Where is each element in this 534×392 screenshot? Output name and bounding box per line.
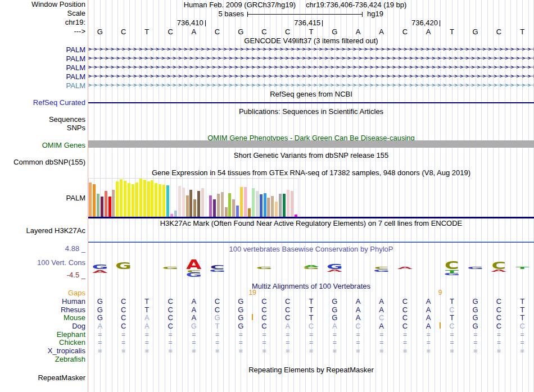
track-title-refseq[interactable]: RefSeq genes from NCBI <box>88 90 534 98</box>
svg-text:G: G <box>444 273 460 276</box>
gtex-bar <box>97 194 99 217</box>
gtex-bar <box>217 194 220 217</box>
base-letter: G <box>323 28 346 36</box>
track-label-common-dbsnp[interactable]: Common dbSNP(155) <box>0 158 85 166</box>
alignment-gap-cell: = <box>206 331 229 339</box>
gtex-bar <box>186 195 189 217</box>
gtex-bar <box>256 191 259 217</box>
track-label-species[interactable]: Mouse <box>0 313 85 322</box>
track-label-palm[interactable]: PALM <box>0 45 85 54</box>
alignment-gap-cell: = <box>206 339 229 347</box>
base-letter: A <box>370 28 393 36</box>
scale-bar-right-tick <box>362 12 363 17</box>
ruler-tick <box>440 20 440 26</box>
refseq-curated-item[interactable] <box>88 102 534 103</box>
track-label-gaps[interactable]: Gaps <box>0 289 85 297</box>
track-label-species[interactable]: X_tropicalis <box>0 347 85 355</box>
alignment-base: G <box>323 313 346 322</box>
alignment-base: A <box>417 297 440 306</box>
alignment-base: C <box>252 322 276 330</box>
gtex-bar <box>271 196 274 217</box>
track-title-dbsnp[interactable]: Short Genetic Variants from dbSNP releas… <box>88 152 534 159</box>
track-title-phylop[interactable]: 100 vertebrates Basewise Conservation by… <box>88 245 534 253</box>
track-label-species[interactable]: Human <box>0 297 85 306</box>
alignment-gap-cell: = <box>464 331 487 339</box>
svg-text:G: G <box>185 272 202 279</box>
scale-bar <box>247 14 363 15</box>
alignment-base: G <box>464 306 487 314</box>
track-label-palm[interactable]: PALM <box>0 63 85 72</box>
alignment-base: A <box>346 297 370 306</box>
alignment-gap-cell: = <box>229 347 252 355</box>
track-label-layered-h3k27ac[interactable]: Layered H3K27Ac <box>0 227 85 235</box>
alignment-base: C <box>112 313 135 322</box>
track-title-gencode[interactable]: GENCODE V49lift37 (3 items filtered out) <box>88 37 534 45</box>
alignment-base: T <box>300 297 323 306</box>
alignment-base: C <box>300 322 323 330</box>
alignment-gap-cell: = <box>276 347 300 355</box>
alignment-base: T <box>135 306 159 314</box>
track-title-h3k27ac[interactable]: H3K27Ac Mark (Often Found Near Active Re… <box>88 220 534 227</box>
track-label-repeatmasker[interactable]: RepeatMasker <box>0 374 85 382</box>
alignment-base: T <box>300 313 323 322</box>
base-letter: G <box>229 28 252 36</box>
track-title-multiz[interactable]: Multiz Alignments of 100 Vertebrates <box>88 282 534 290</box>
track-label-species[interactable]: Zebrafish <box>0 355 85 363</box>
alignment-gap-cell: = <box>159 331 182 339</box>
svg-text:G: G <box>115 261 132 271</box>
track-label-species[interactable]: Rhesus <box>0 306 85 314</box>
svg-text:A: A <box>304 265 319 267</box>
svg-text:G: G <box>162 266 179 270</box>
track-label-refseq-curated[interactable]: RefSeq Curated <box>0 99 85 107</box>
base-letter: C <box>276 28 300 36</box>
conservation-logo: GAGGACGCGGGAGACGACTGGCAT <box>88 255 534 283</box>
chrom-label: chr19: <box>0 19 85 26</box>
gencode-transcript-palm[interactable]: >>>>>>>>>>>>>>>>>>>>>>>>>>>>>>>>>>>>>>>>… <box>88 63 534 71</box>
base-letter: C <box>252 28 276 36</box>
alignment-base: T <box>440 313 464 322</box>
track-label-species[interactable]: Elephant <box>0 330 85 339</box>
alignment-base: T <box>510 306 534 314</box>
alignment-gap-cell: = <box>323 347 346 355</box>
alignment-gap-cell: = <box>229 331 252 339</box>
alignment-base: C <box>112 322 135 330</box>
base-letter: G <box>88 28 112 36</box>
alignment-gap-cell: = <box>135 331 159 339</box>
track-label-100-vert-cons[interactable]: 100 Vert. Cons <box>0 259 85 267</box>
gencode-transcript-palm[interactable]: >>>>>>>>>>>>>>>>>>>>>>>>>>>>>>>>>>>>>>>>… <box>88 45 534 53</box>
gtex-bar <box>213 199 216 217</box>
track-title-repeatmasker[interactable]: Repeating Elements by RepeatMasker <box>88 366 534 374</box>
alignment-base: G <box>88 306 112 314</box>
track-label-sequences[interactable]: Sequences <box>0 116 85 124</box>
svg-text:A: A <box>327 270 343 272</box>
alignment-base: C <box>159 306 182 314</box>
alignment-gap-cell: = <box>112 331 135 339</box>
alignment-base: C <box>487 322 511 330</box>
track-label-gtex-palm[interactable]: PALM <box>0 194 85 202</box>
omim-gene-bar[interactable] <box>88 140 534 148</box>
alignment-gap-cell: = <box>487 339 511 347</box>
base-letter: A <box>417 28 440 36</box>
track-label-palm[interactable]: PALM <box>0 81 85 90</box>
alignment-gap-cell: = <box>276 339 300 347</box>
gencode-transcript-palm[interactable]: >>>>>>>>>>>>>>>>>>>>>>>>>>>>>>>>>>>>>>>>… <box>88 72 534 80</box>
track-title-gtex[interactable]: Gene Expression in 54 tissues from GTEx … <box>88 169 534 177</box>
gtex-bar <box>209 195 212 217</box>
base-letter: A <box>182 28 206 36</box>
track-label-species[interactable]: Dog <box>0 322 85 330</box>
track-label-snps[interactable]: SNPs <box>0 124 85 132</box>
svg-text:A: A <box>92 269 108 274</box>
track-label-palm[interactable]: PALM <box>0 72 85 81</box>
alignment-gap-cell: = <box>510 347 534 355</box>
track-title-publications[interactable]: Publications: Sequences in Scientific Ar… <box>88 108 534 116</box>
alignment-gap-cell: = <box>206 347 229 355</box>
alignment-gap-cell: = <box>182 347 206 355</box>
track-label-palm[interactable]: PALM <box>0 54 85 63</box>
gencode-transcript-palm[interactable]: >>>>>>>>>>>>>>>>>>>>>>>>>>>>>>>>>>>>>>>>… <box>88 81 534 89</box>
gtex-bar <box>275 202 278 217</box>
track-label-species[interactable]: Chicken <box>0 338 85 347</box>
ruler-number: 736,420 <box>397 19 438 27</box>
track-label-omim-genes[interactable]: OMIM Genes <box>0 142 85 149</box>
gtex-bar <box>244 187 247 217</box>
gencode-transcript-palm[interactable]: >>>>>>>>>>>>>>>>>>>>>>>>>>>>>>>>>>>>>>>>… <box>88 54 534 62</box>
